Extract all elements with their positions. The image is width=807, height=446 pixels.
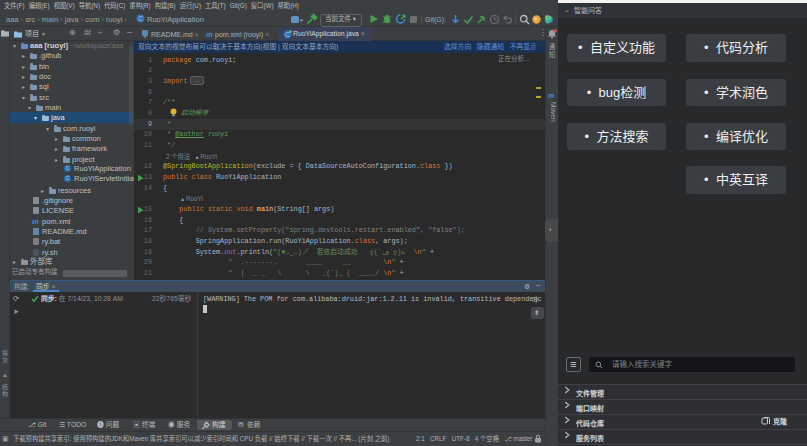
svg-text:C: C: [138, 15, 143, 22]
